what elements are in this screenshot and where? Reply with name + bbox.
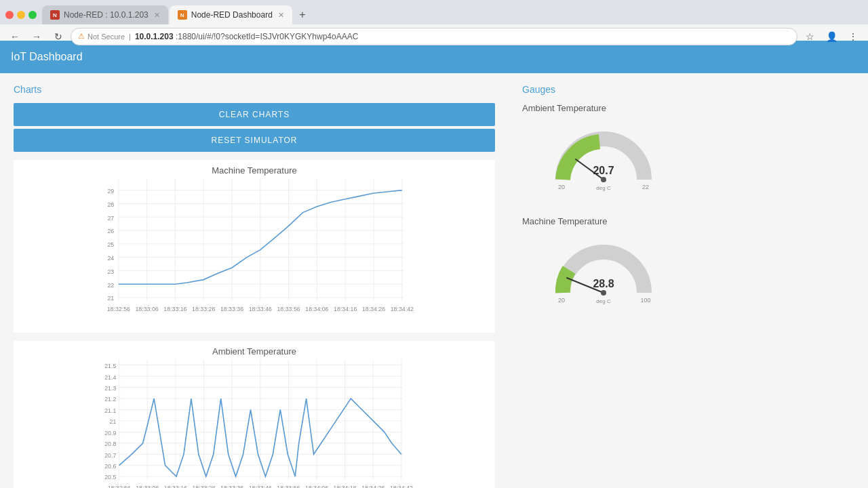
app-header: IoT Dashboard — [0, 41, 868, 73]
svg-text:20.7: 20.7 — [104, 452, 116, 459]
account-button[interactable]: 👤 — [822, 27, 841, 46]
address-bold: 10.0.1.203 — [135, 32, 174, 41]
svg-point-91 — [601, 290, 606, 296]
app-title: IoT Dashboard — [11, 51, 83, 63]
svg-text:20: 20 — [558, 184, 565, 190]
svg-text:21.4: 21.4 — [104, 374, 116, 381]
tab-close-dashboard[interactable]: ✕ — [278, 11, 284, 20]
svg-text:deg C: deg C — [596, 185, 611, 191]
svg-text:18:33:16: 18:33:16 — [163, 306, 186, 312]
address-bar[interactable]: ⚠ Not Secure | 10.0.1.203 :1880/ui/#/!0?… — [71, 28, 797, 45]
svg-text:18:34:06: 18:34:06 — [305, 485, 328, 488]
main-content: Charts CLEAR CHARTS RESET SIMULATOR Mach… — [0, 73, 868, 488]
svg-text:18:33:46: 18:33:46 — [249, 485, 272, 488]
svg-text:18:33:26: 18:33:26 — [192, 485, 215, 488]
tab-dashboard-label: Node-RED Dashboard — [191, 10, 273, 20]
svg-text:18:34:42: 18:34:42 — [391, 306, 414, 312]
maximize-window-btn[interactable] — [28, 11, 37, 19]
clear-charts-button[interactable]: CLEAR CHARTS — [14, 103, 495, 126]
tab-favicon-node-red: N — [50, 10, 60, 20]
tab-favicon-dashboard: N — [178, 10, 187, 20]
ambient-gauge-svg: 20.7 20 22 deg C — [549, 119, 658, 193]
svg-text:18:33:56: 18:33:56 — [277, 485, 300, 488]
svg-point-85 — [601, 177, 606, 182]
machine-temp-chart: Machine Temperature .grid-line { stroke:… — [14, 160, 495, 333]
svg-text:18:33:36: 18:33:36 — [220, 306, 243, 312]
menu-button[interactable]: ⋮ — [844, 27, 863, 46]
svg-text:18:34:26: 18:34:26 — [361, 485, 384, 488]
svg-text:22: 22 — [642, 184, 649, 190]
ambient-temp-gauge: Ambient Temperature 20.7 20 — [522, 103, 685, 200]
svg-text:27: 27 — [107, 215, 114, 222]
tab-close-node-red[interactable]: ✕ — [154, 11, 160, 20]
svg-text:18:33:46: 18:33:46 — [249, 306, 272, 312]
close-window-btn[interactable] — [5, 11, 14, 19]
machine-gauge-svg: 28.8 20 100 deg C — [549, 232, 658, 306]
bookmark-button[interactable]: ☆ — [800, 27, 819, 46]
ambient-temp-chart: Ambient Temperature .grid-line2 { stroke… — [14, 341, 495, 488]
svg-text:21.5: 21.5 — [104, 363, 116, 369]
security-icon: ⚠ — [78, 32, 85, 41]
tab-node-red[interactable]: N Node-RED : 10.0.1.203 ✕ — [42, 5, 168, 24]
svg-text:18:33:56: 18:33:56 — [277, 306, 300, 312]
machine-temp-gauge-widget: 28.8 20 100 deg C — [522, 232, 685, 313]
svg-text:18:33:06: 18:33:06 — [136, 485, 159, 488]
ambient-temp-svg: .grid-line2 { stroke: #e0e0e0; stroke-wi… — [14, 359, 495, 488]
ambient-temp-gauge-title: Ambient Temperature — [522, 103, 685, 113]
svg-text:23: 23 — [107, 268, 114, 275]
tab-bar: N Node-RED : 10.0.1.203 ✕ N Node-RED Das… — [0, 0, 868, 24]
machine-temp-gauge: Machine Temperature 28.8 20 — [522, 216, 685, 313]
charts-panel: Charts CLEAR CHARTS RESET SIMULATOR Mach… — [0, 73, 509, 488]
gauges-panel: Gauges Ambient Temperature 20.7 — [509, 73, 698, 488]
back-button[interactable]: ← — [5, 27, 24, 46]
machine-temp-chart-title: Machine Temperature — [14, 165, 495, 176]
svg-text:100: 100 — [640, 297, 650, 304]
svg-text:28: 28 — [107, 201, 114, 208]
svg-text:24: 24 — [107, 255, 114, 262]
svg-text:21: 21 — [107, 295, 114, 302]
tab-dashboard[interactable]: N Node-RED Dashboard ✕ — [170, 5, 292, 24]
new-tab-button[interactable]: + — [294, 6, 311, 24]
machine-temp-svg: .grid-line { stroke: #e0e0e0; stroke-wid… — [14, 178, 495, 327]
address-separator: | — [129, 33, 131, 41]
reset-simulator-button[interactable]: RESET SIMULATOR — [14, 129, 495, 152]
svg-text:18:32:56: 18:32:56 — [107, 306, 130, 312]
svg-text:21.2: 21.2 — [104, 396, 116, 403]
svg-text:18:33:06: 18:33:06 — [135, 306, 158, 312]
machine-temp-chart-wrapper: .grid-line { stroke: #e0e0e0; stroke-wid… — [14, 178, 495, 327]
svg-text:21.1: 21.1 — [104, 407, 116, 414]
minimize-window-btn[interactable] — [17, 11, 25, 19]
svg-text:21.3: 21.3 — [104, 385, 116, 392]
svg-text:26: 26 — [107, 228, 114, 235]
svg-text:25: 25 — [107, 241, 114, 248]
browser-chrome: N Node-RED : 10.0.1.203 ✕ N Node-RED Das… — [0, 0, 868, 41]
svg-text:18:32:56: 18:32:56 — [108, 485, 131, 488]
svg-text:18:34:16: 18:34:16 — [334, 485, 357, 488]
address-suffix: :1880/ui/#/!0?socketId=ISJVr0KYGKYhwp4oA… — [176, 32, 358, 41]
svg-text:20.9: 20.9 — [104, 430, 116, 436]
nav-actions: ☆ 👤 ⋮ — [800, 27, 863, 46]
address-display: 10.0.1.203 :1880/ui/#/!0?socketId=ISJVr0… — [135, 32, 358, 41]
svg-text:18:33:26: 18:33:26 — [192, 306, 215, 312]
svg-text:18:34:06: 18:34:06 — [305, 306, 328, 312]
svg-text:20.8: 20.8 — [104, 441, 116, 447]
security-label: Not Secure — [87, 33, 125, 41]
svg-text:20.5: 20.5 — [104, 474, 116, 481]
svg-text:18:33:16: 18:33:16 — [164, 485, 187, 488]
ambient-temp-chart-wrapper: .grid-line2 { stroke: #e0e0e0; stroke-wi… — [14, 359, 495, 488]
charts-section-title: Charts — [14, 84, 495, 95]
forward-button[interactable]: → — [27, 27, 46, 46]
gauges-section-title: Gauges — [522, 84, 685, 95]
svg-text:20.6: 20.6 — [104, 463, 116, 470]
svg-text:18:34:16: 18:34:16 — [334, 306, 357, 312]
svg-text:21: 21 — [110, 418, 117, 425]
svg-text:20.7: 20.7 — [593, 165, 614, 176]
tab-node-red-label: Node-RED : 10.0.1.203 — [64, 10, 149, 20]
svg-text:29: 29 — [107, 188, 114, 195]
machine-temp-gauge-title: Machine Temperature — [522, 216, 685, 226]
svg-text:28.8: 28.8 — [593, 278, 614, 289]
reload-button[interactable]: ↻ — [49, 27, 68, 46]
svg-text:deg C: deg C — [596, 298, 611, 304]
ambient-temp-gauge-widget: 20.7 20 22 deg C — [522, 119, 685, 200]
svg-text:22: 22 — [107, 282, 114, 289]
